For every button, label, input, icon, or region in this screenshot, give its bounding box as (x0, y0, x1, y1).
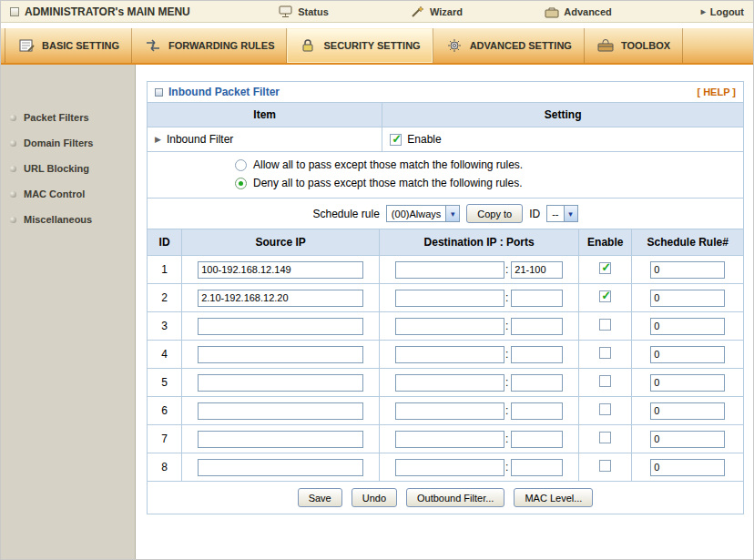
sidebar-item-label: Miscellaneous (24, 214, 92, 225)
inbound-filter-label: Inbound Filter (167, 133, 233, 146)
sidebar-item-domain-filters[interactable]: Domain Filters (1, 130, 135, 156)
rule-enable-checkbox[interactable] (599, 460, 611, 472)
sidebar-item-packet-filters[interactable]: Packet Filters (1, 105, 135, 130)
help-link[interactable]: [ HELP ] (697, 87, 736, 97)
top-menu-advanced[interactable]: Advanced (545, 5, 612, 18)
rule-enable-checkbox[interactable] (599, 432, 611, 443)
deny-radio[interactable] (235, 178, 247, 189)
save-button[interactable]: Save (298, 488, 342, 507)
row-arrow-icon: ▶ (155, 135, 161, 144)
panel-header: Inbound Packet Filter [ HELP ] (147, 81, 744, 103)
rule-enable-checkbox[interactable] (599, 290, 611, 302)
schedule-rule-number-input[interactable] (650, 431, 725, 448)
colon-separator: : (505, 348, 508, 361)
ports-input[interactable] (511, 346, 563, 363)
rule-enable-checkbox[interactable] (599, 262, 611, 274)
rule-row: 5 : (148, 369, 744, 397)
toolbox-icon (596, 38, 615, 53)
tab-toolbox[interactable]: TOOLBOX (585, 28, 683, 63)
tab-label: BASIC SETTING (42, 40, 119, 51)
tab-basic-setting[interactable]: BASIC SETTING (5, 28, 132, 63)
ports-input[interactable] (511, 459, 563, 476)
mac-level-button[interactable]: MAC Level... (514, 488, 593, 507)
source-ip-input[interactable] (198, 374, 363, 392)
wizard-icon (411, 5, 425, 18)
sidebar-item-label: MAC Control (24, 188, 85, 199)
source-ip-input[interactable] (198, 261, 363, 279)
schedule-rule-number-input[interactable] (650, 374, 725, 392)
colon-separator: : (505, 376, 508, 389)
ports-input[interactable] (511, 402, 563, 420)
tab-forwarding-rules[interactable]: FORWARDING RULES (132, 28, 288, 63)
rule-id: 6 (148, 397, 182, 425)
top-menu: Status Wizard Advanced (238, 5, 653, 18)
dest-ip-input[interactable] (395, 261, 504, 279)
status-icon (279, 5, 293, 18)
schedule-rule-label: Schedule rule (312, 208, 379, 220)
schedule-rule-number-input[interactable] (650, 261, 725, 279)
allow-radio[interactable] (235, 159, 247, 171)
outbound-filter-button[interactable]: Outbound Filter... (406, 488, 504, 507)
logout-button[interactable]: ▸ Logout (701, 6, 744, 17)
ports-input[interactable] (511, 290, 563, 307)
policy-deny-option[interactable]: Deny all to pass except those match the … (235, 177, 736, 189)
tab-label: ADVANCED SETTING (470, 40, 572, 51)
col-id: ID (148, 229, 182, 256)
wizard-label: Wizard (430, 6, 463, 17)
schedule-rule-number-input[interactable] (650, 459, 725, 476)
sidebar-item-mac-control[interactable]: MAC Control (1, 181, 135, 207)
advanced-label: Advanced (564, 6, 612, 17)
source-ip-input[interactable] (198, 318, 363, 335)
dest-ip-input[interactable] (395, 431, 504, 448)
rule-enable-checkbox[interactable] (599, 403, 611, 415)
sidebar-item-url-blocking[interactable]: URL Blocking (1, 156, 135, 181)
copy-to-id-select[interactable]: -- ▾ (546, 205, 577, 222)
dest-ip-input[interactable] (395, 346, 504, 363)
main-menu-title-wrap: ADMINISTRATOR's MAIN MENU (10, 5, 238, 18)
policy-allow-option[interactable]: Allow all to pass except those match the… (235, 158, 736, 171)
inbound-filter-enable-checkbox[interactable] (390, 134, 402, 146)
rule-enable-checkbox[interactable] (599, 375, 611, 387)
id-label: ID (529, 208, 540, 220)
sidebar-item-miscellaneous[interactable]: Miscellaneous (1, 207, 135, 232)
schedule-rule-section: Schedule rule (00)Always ▾ Copy to ID --… (147, 198, 744, 229)
ports-input[interactable] (511, 261, 563, 279)
tab-security-setting[interactable]: SECURITY SETTING (287, 28, 433, 63)
tab-label: SECURITY SETTING (323, 40, 420, 51)
source-ip-input[interactable] (198, 290, 363, 307)
tab-label: TOOLBOX (621, 40, 670, 51)
sidebar-item-label: Domain Filters (24, 137, 93, 148)
schedule-rule-number-input[interactable] (650, 346, 725, 363)
ports-input[interactable] (511, 374, 563, 392)
schedule-rule-select[interactable]: (00)Always ▾ (386, 205, 460, 222)
ports-input[interactable] (511, 318, 563, 335)
dest-ip-input[interactable] (395, 290, 504, 307)
tab-advanced-setting[interactable]: ADVANCED SETTING (433, 28, 585, 63)
schedule-rule-number-input[interactable] (650, 402, 725, 420)
copy-to-button[interactable]: Copy to (466, 204, 523, 223)
schedule-rule-value: (00)Always (387, 209, 445, 219)
schedule-rule-number-input[interactable] (650, 318, 725, 335)
ports-input[interactable] (511, 431, 563, 448)
schedule-rule-number-input[interactable] (650, 290, 725, 307)
dest-ip-input[interactable] (395, 318, 504, 335)
dest-ip-input[interactable] (395, 459, 504, 476)
rule-row: 6 : (148, 397, 744, 425)
source-ip-input[interactable] (198, 346, 363, 363)
rule-enable-checkbox[interactable] (599, 347, 611, 359)
top-menu-status[interactable]: Status (279, 5, 329, 18)
rule-id: 7 (148, 425, 182, 453)
top-menu-wizard[interactable]: Wizard (411, 5, 463, 18)
source-ip-input[interactable] (198, 402, 363, 420)
logout-wrap: ▸ Logout (653, 6, 744, 17)
column-setting-header: Setting (382, 103, 743, 127)
rule-enable-checkbox[interactable] (599, 319, 611, 331)
copy-to-id-value: -- (547, 209, 563, 219)
source-ip-input[interactable] (198, 459, 363, 476)
router-admin-screen: ADMINISTRATOR's MAIN MENU Status Wizard … (0, 0, 754, 560)
undo-button[interactable]: Undo (352, 488, 397, 507)
col-enable: Enable (579, 229, 632, 256)
source-ip-input[interactable] (198, 431, 363, 448)
dest-ip-input[interactable] (395, 374, 504, 392)
dest-ip-input[interactable] (395, 402, 504, 420)
